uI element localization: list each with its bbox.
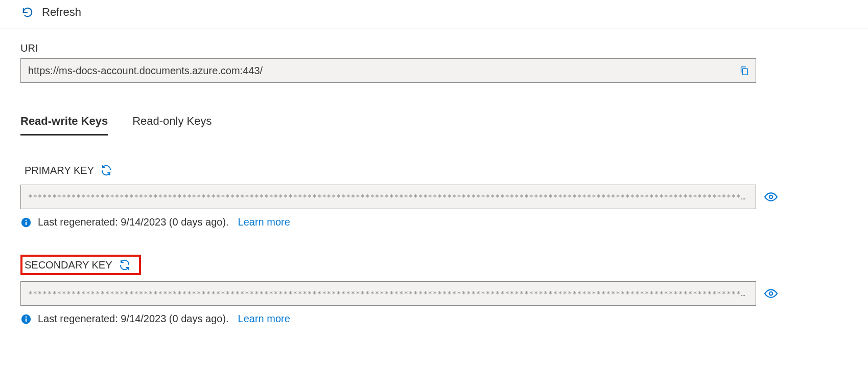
svg-rect-4 <box>26 221 27 224</box>
secondary-key-block: SECONDARY KEY **************************… <box>20 255 848 325</box>
secondary-key-input-row: ****************************************… <box>20 281 848 306</box>
primary-key-field[interactable]: ****************************************… <box>20 185 756 209</box>
refresh-icon[interactable] <box>20 5 35 19</box>
info-icon <box>20 217 32 228</box>
secondary-key-learn-more-link[interactable]: Learn more <box>238 313 290 325</box>
svg-point-5 <box>769 292 773 296</box>
show-primary-key-button[interactable] <box>764 190 778 204</box>
uri-field-row <box>20 58 756 83</box>
svg-rect-0 <box>742 69 747 75</box>
primary-key-status: Last regenerated: 9/14/2023 (0 days ago)… <box>38 216 229 228</box>
svg-point-7 <box>26 316 27 318</box>
svg-point-3 <box>26 219 27 221</box>
primary-key-info: Last regenerated: 9/14/2023 (0 days ago)… <box>20 216 848 228</box>
secondary-key-info: Last regenerated: 9/14/2023 (0 days ago)… <box>20 313 848 325</box>
toolbar: Refresh <box>0 0 868 29</box>
tab-read-write-keys[interactable]: Read-write Keys <box>20 115 108 136</box>
svg-point-1 <box>769 195 773 199</box>
show-secondary-key-button[interactable] <box>764 287 778 300</box>
primary-key-learn-more-link[interactable]: Learn more <box>238 216 290 228</box>
tab-read-only-keys[interactable]: Read-only Keys <box>132 115 212 136</box>
secondary-key-status: Last regenerated: 9/14/2023 (0 days ago)… <box>38 313 229 325</box>
primary-key-block: PRIMARY KEY ****************************… <box>20 162 848 228</box>
secondary-key-field[interactable]: ****************************************… <box>20 281 756 306</box>
info-icon <box>20 313 32 325</box>
uri-block: URI <box>20 42 848 83</box>
copy-uri-button[interactable] <box>733 59 756 82</box>
secondary-key-label: SECONDARY KEY <box>25 259 112 271</box>
uri-input[interactable] <box>21 59 733 82</box>
primary-key-input-row: ****************************************… <box>20 185 848 209</box>
primary-key-value: ****************************************… <box>28 193 748 201</box>
secondary-key-value: ****************************************… <box>28 289 748 298</box>
regenerate-primary-key-button[interactable] <box>100 164 112 176</box>
svg-rect-8 <box>26 318 27 321</box>
refresh-button[interactable]: Refresh <box>42 6 81 19</box>
tabs: Read-write Keys Read-only Keys <box>20 115 848 136</box>
primary-key-label: PRIMARY KEY <box>25 165 94 176</box>
primary-key-header: PRIMARY KEY <box>20 162 848 178</box>
uri-label: URI <box>20 42 848 54</box>
secondary-key-header: SECONDARY KEY <box>20 255 141 275</box>
regenerate-secondary-key-button[interactable] <box>119 259 131 271</box>
